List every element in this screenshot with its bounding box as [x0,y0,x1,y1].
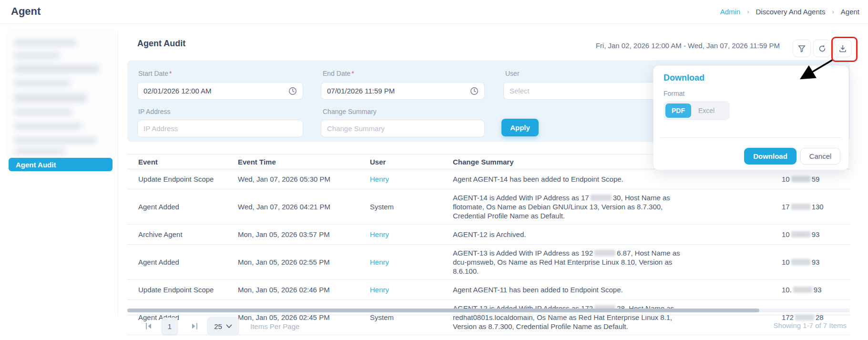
cell-user[interactable]: Henry [370,286,389,294]
redacted-sidebar-item [14,109,72,115]
page-number-button[interactable]: 1 [162,318,178,335]
clock-icon[interactable] [288,86,297,96]
change-summary-label: Change Summary [323,108,377,115]
last-page-button[interactable] [190,321,199,331]
cell-event: Archive Agent [138,230,238,239]
breadcrumb-separator-icon: › [832,8,834,15]
cell-summary: AGENT-14 is Added With IP Address as 173… [453,193,685,220]
format-toggle: PDF Excel [664,101,730,120]
start-date-input[interactable]: 02/01/2026 12:00 AM [137,82,303,100]
cell-time: Wed, Jan 07, 2026 04:21 PM [238,202,370,211]
table-bottom-border [127,315,850,315]
page-title: Agent [11,5,41,18]
required-asterisk: * [169,70,172,77]
redacted-sidebar-item [14,137,96,144]
breadcrumb: Admin › Discovery And Agents › Agent [720,0,859,23]
cell-event: Agent Added [138,202,238,211]
download-popup-title: Download [664,73,705,83]
breadcrumb-admin[interactable]: Admin [720,8,741,16]
cell-ip: 10.93 [685,285,850,294]
filter-icon [797,44,806,53]
user-label: User [505,70,520,77]
cell-ip: 17130 [685,202,850,211]
cell-summary: Agent AGENT-11 has been added to Endpoin… [453,285,685,294]
items-per-page-value: 25 [214,322,222,330]
col-header-event: Event [138,158,238,166]
change-summary-placeholder: Change Summary [327,124,385,133]
first-page-button[interactable] [144,321,153,331]
redacted-sidebar-item [14,123,82,129]
cell-ip: 1093 [685,258,850,267]
cell-time: Mon, Jan 05, 2026 02:46 PM [238,285,370,294]
end-date-label: End Date* [323,70,354,77]
cell-summary: AGENT-13 is Added With IP Address as 192… [453,248,685,276]
redacted-sidebar-item [14,40,76,46]
redacted-text [791,204,810,210]
table-row: Archive Agent Mon, Jan 05, 2026 03:57 PM… [127,225,850,245]
sidebar-item-agent-audit[interactable]: Agent Audit [9,158,112,171]
format-option-pdf[interactable]: PDF [665,103,691,118]
breadcrumb-agent: Agent [841,8,859,16]
top-bar: Agent Admin › Discovery And Agents › Age… [0,0,868,24]
redacted-text [791,176,810,182]
filter-button[interactable] [793,40,811,57]
cell-time: Mon, Jan 05, 2026 02:55 PM [238,258,370,267]
horizontal-scrollbar-track[interactable] [127,309,850,312]
download-icon [838,44,847,53]
user-select[interactable]: Select [503,82,670,100]
audit-table: Event Event Time User Change Summary Upd… [127,154,850,335]
redacted-sidebar-item [14,65,99,73]
popup-cancel-button[interactable]: Cancel [800,148,840,165]
apply-button[interactable]: Apply [501,119,539,136]
breadcrumb-separator-icon: › [747,8,749,15]
cell-user[interactable]: Henry [370,175,389,183]
cell-ip: 1093 [685,230,850,239]
format-label: Format [664,90,684,97]
cell-time: Mon, Jan 05, 2026 03:57 PM [238,230,370,239]
table-row: Update Endpoint Scope Wed, Jan 07, 2026 … [127,169,850,189]
popup-divider [660,137,842,138]
items-per-page-select[interactable]: 25 [207,317,239,336]
start-date-value: 02/01/2026 12:00 AM [143,87,212,95]
refresh-button[interactable] [813,40,831,57]
redacted-text [591,195,612,201]
cell-ip: 1059 [685,175,850,184]
table-row: Agent Added Wed, Jan 07, 2026 04:21 PM S… [127,189,850,225]
breadcrumb-discovery-and-agents[interactable]: Discovery And Agents [756,8,826,16]
col-header-user: User [370,158,453,166]
popup-download-button[interactable]: Download [744,148,797,165]
redacted-sidebar-item [14,149,66,154]
cell-time: Mon, Jan 05, 2026 02:45 PM [238,313,370,322]
redacted-sidebar-item [14,80,71,86]
table-row: Agent Added Mon, Jan 05, 2026 02:55 PM H… [127,245,850,280]
cell-user[interactable]: Henry [370,230,389,238]
change-summary-input[interactable]: Change Summary [321,120,485,137]
format-option-excel[interactable]: Excel [692,103,721,118]
start-date-label: Start Date* [138,70,172,77]
cell-event: Agent Added [138,258,238,267]
ip-address-label: IP Address [138,108,170,115]
required-asterisk: * [351,70,354,77]
items-per-page-label: Items Per Page [250,322,299,330]
agent-audit-page: Agent Admin › Discovery And Agents › Age… [0,0,868,340]
end-date-value: 07/01/2026 11:59 PM [327,87,395,95]
download-popup: Download Format PDF Excel Download Cance… [653,65,849,170]
redacted-text [793,287,812,293]
end-date-input[interactable]: 07/01/2026 11:59 PM [321,82,485,100]
redacted-text [791,259,810,265]
redacted-text [594,250,615,256]
ip-address-placeholder: IP Address [143,124,178,133]
download-button[interactable] [834,40,852,57]
redacted-sidebar-item [14,52,60,59]
redacted-text [791,231,810,237]
ip-address-input[interactable]: IP Address [137,120,303,137]
cell-user[interactable]: Henry [370,258,389,266]
horizontal-scrollbar-thumb[interactable] [127,309,759,312]
cell-ip: 17228 [685,313,850,322]
col-header-event-time: Event Time [238,158,370,166]
clock-icon[interactable] [470,86,479,96]
cell-summary: AGENT-12 is Added With IP Address as 172… [453,304,685,331]
sidebar [8,30,115,158]
col-header-change-summary: Change Summary [453,158,685,166]
redacted-sidebar-item [14,93,87,103]
